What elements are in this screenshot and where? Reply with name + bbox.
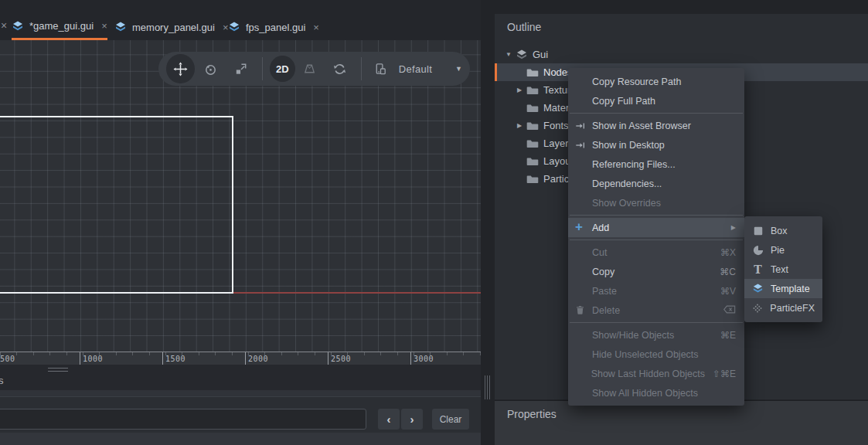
find-previous-button[interactable]: ‹ (378, 409, 400, 430)
properties-panel: Properties (495, 400, 868, 445)
tab-fps-panel[interactable]: fps_panel.gui × (228, 14, 319, 40)
submenu-item-box[interactable]: Box (744, 221, 822, 240)
gui-file-icon (114, 21, 127, 33)
submenu-item-label: Box (771, 226, 788, 236)
status-strip (0, 433, 481, 445)
chevron-down-icon: ▼ (455, 65, 462, 73)
clear-console-button[interactable]: Clear (432, 409, 469, 430)
menu-item-show-last-hidden-objects: Show Last Hidden Objects ⇧⌘E (568, 364, 744, 383)
menu-item-cut: Cut ⌘X (568, 243, 744, 262)
rotate-icon (203, 62, 218, 76)
layout-profile-dropdown[interactable]: Default ▼ (373, 62, 462, 76)
menu-item-label: Cut (592, 247, 713, 258)
close-icon[interactable]: × (101, 20, 107, 32)
menu-item-show-in-asset-browser[interactable]: Show in Asset Browser (568, 116, 744, 135)
menu-item-label: Show/Hide Objects (592, 330, 713, 341)
find-next-button[interactable]: › (401, 409, 423, 430)
disclosure-collapsed-icon[interactable]: ▶ (514, 87, 525, 93)
menu-item-paste: Paste ⌘V (568, 281, 744, 301)
device-icon (373, 62, 388, 76)
gui-node-bounds (0, 116, 233, 294)
ruler-tick (80, 352, 80, 365)
chevron-right-icon: › (410, 413, 414, 426)
ruler-tick-label: 2000 (248, 355, 268, 363)
menu-item-add[interactable]: + Add ▶ (568, 218, 744, 237)
menu-shortcut: ⌘X (720, 247, 736, 258)
close-icon[interactable]: × (313, 22, 319, 33)
menu-item-label: Copy Full Path (592, 96, 736, 107)
folder-icon (526, 66, 539, 79)
console-search-input[interactable] (0, 409, 366, 430)
ruler-tick (162, 352, 163, 365)
disclosure-collapsed-icon[interactable]: ▶ (514, 122, 525, 129)
menu-item-referencing-files[interactable]: Referencing Files... (568, 155, 744, 174)
submenu-item-pie[interactable]: Pie (744, 240, 822, 260)
menu-item-label: Paste (592, 286, 713, 297)
submenu-item-label: ParticleFX (770, 303, 815, 314)
horizontal-ruler: 500 1000 1500 2000 2500 3000 (0, 352, 481, 365)
submenu-item-template[interactable]: Template (744, 279, 822, 298)
menu-item-label: Add (592, 222, 731, 233)
move-icon (173, 62, 188, 76)
gui-file-icon (12, 20, 24, 32)
panel-drag-handle[interactable] (48, 368, 68, 372)
submenu-item-text[interactable]: T Text (744, 260, 822, 279)
menu-item-hide-unselected-objects: Hide Unselected Objects (568, 345, 744, 364)
pane-splitter-handle[interactable] (485, 375, 491, 399)
open-external-icon (575, 121, 592, 131)
menu-item-show-all-hidden-objects: Show All Hidden Objects (568, 383, 744, 403)
rotate-tool-button[interactable] (196, 54, 225, 83)
submenu-item-particlefx[interactable]: ParticleFX (744, 298, 822, 318)
ruler-tick-label: 500 (0, 355, 15, 363)
menu-item-label: Delete (592, 305, 716, 316)
reset-camera-button[interactable] (325, 54, 354, 83)
defold-editor-window: × *game_gui.gui × memory_panel.gui × (0, 0, 868, 445)
template-node-icon (752, 283, 764, 294)
tab-label: memory_panel.gui (132, 22, 215, 33)
scene-viewport[interactable]: 2D (0, 40, 481, 352)
outline-item-gui[interactable]: ▼ Gui (495, 46, 868, 63)
folder-icon (526, 155, 539, 168)
perspective-camera-button[interactable] (295, 54, 324, 83)
disclosure-open-icon[interactable]: ▼ (503, 51, 514, 58)
scale-tool-button[interactable] (226, 54, 255, 83)
tab-label: fps_panel.gui (246, 22, 305, 33)
menu-item-copy-full-path[interactable]: Copy Full Path (568, 91, 744, 110)
menu-item-copy[interactable]: Copy ⌘C (568, 262, 744, 281)
ruler-tick-label: 2500 (331, 355, 351, 363)
menu-divider (570, 322, 743, 323)
menu-item-label: Copy Resource Path (592, 76, 736, 87)
close-icon[interactable]: × (1, 19, 7, 32)
menu-item-show-in-desktop[interactable]: Show in Desktop (568, 135, 744, 155)
menu-item-label: Show All Hidden Objects (592, 388, 736, 399)
menu-shortcut: ⇧⌘E (713, 369, 736, 379)
2d-mode-button[interactable]: 2D (270, 56, 295, 82)
ruler-tick-label: 3000 (414, 355, 434, 363)
tab-game-gui[interactable]: *game_gui.gui × (12, 14, 107, 40)
menu-item-show-overrides: Show Overrides (568, 193, 744, 212)
ruler-tick (410, 352, 411, 365)
ruler-tick (245, 352, 246, 365)
refresh-icon (332, 62, 347, 76)
menu-item-label: Show in Asset Browser (592, 121, 736, 131)
bottom-panel-header: s (0, 365, 481, 390)
editor-tab-bar: × *game_gui.gui × memory_panel.gui × (0, 0, 481, 40)
add-submenu: Box Pie T Text Template (744, 216, 822, 322)
submenu-item-label: Text (771, 264, 788, 275)
tab-memory-panel[interactable]: memory_panel.gui × (114, 14, 229, 40)
chevron-left-icon: ‹ (387, 413, 391, 426)
menu-item-copy-resource-path[interactable]: Copy Resource Path (568, 72, 744, 91)
menu-item-dependencies[interactable]: Dependencies... (568, 174, 744, 193)
scale-icon (233, 62, 248, 76)
context-menu: Copy Resource Path Copy Full Path Show i… (568, 68, 744, 406)
menu-divider (570, 215, 743, 216)
pie-node-icon (752, 244, 764, 256)
ruler-tick (328, 352, 328, 365)
toolbar-divider (262, 57, 263, 80)
menu-item-show-hide-objects: Show/Hide Objects ⌘E (568, 325, 744, 345)
clear-button-label: Clear (440, 414, 462, 425)
outline-panel-title: Outline (495, 14, 868, 33)
scene-editor-pane: × *game_gui.gui × memory_panel.gui × (0, 0, 481, 445)
submenu-item-label: Pie (771, 245, 785, 256)
move-tool-button[interactable] (166, 54, 195, 83)
